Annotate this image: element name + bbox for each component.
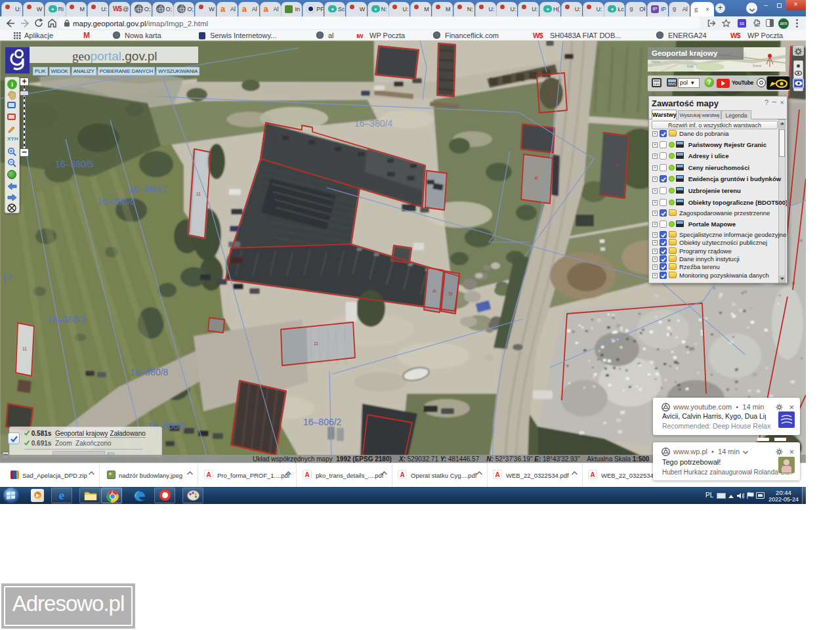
svg-text:Konin: Konin [652,60,660,64]
svg-text:Kutno: Kutno [753,64,761,68]
svg-text:Koło: Koło [687,64,694,68]
svg-text:Geoportal krajowy: Geoportal krajowy [652,49,718,57]
